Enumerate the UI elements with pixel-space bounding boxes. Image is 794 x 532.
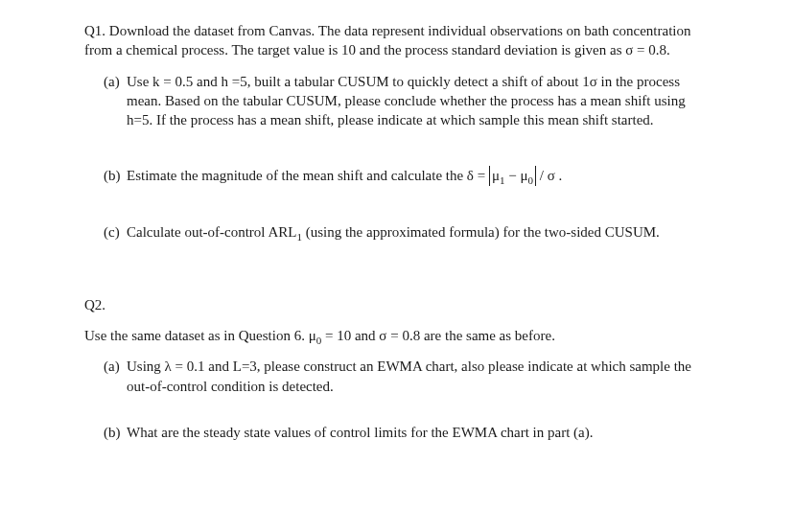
q1-b-tail: / σ . [536,168,562,183]
q1-a-marker: (a) [104,72,127,130]
q2-intro-lead: Use the same dataset as in Question 6. μ [84,328,316,343]
q1-b-marker: (b) [104,166,127,185]
q2-b-text: What are the steady state values of cont… [127,423,710,442]
q2-sublist: (a) Using λ = 0.1 and L=3, please constr… [84,357,710,396]
q2-part-b: (b) What are the steady state values of … [104,423,710,442]
q2-part-a: (a) Using λ = 0.1 and L=3, please constr… [104,357,710,396]
q2-intro-tail: = 10 and σ = 0.8 are the same as before. [321,328,555,343]
q1-c-lead: Calculate out-of-control ARL [127,224,296,240]
q1-part-a: (a) Use k = 0.5 and h =5, built a tabula… [104,72,710,130]
q1-part-b: (b) Estimate the magnitude of the mean s… [104,166,710,185]
q2-a-text: Using λ = 0.1 and L=3, please construct … [127,357,710,396]
minus: − [504,168,520,183]
q1-b-text: Estimate the magnitude of the mean shift… [127,166,710,185]
q2-sublist-b: (b) What are the steady state values of … [84,423,710,442]
q1-b-lead: Estimate the magnitude of the mean shift… [127,168,489,183]
mu1: μ [492,168,500,183]
q2-b-marker: (b) [104,423,127,442]
abs-value-bars: μ1 − μ0 [489,166,536,185]
mu0-sub: 0 [527,174,533,186]
q2-a-marker: (a) [104,357,127,396]
q1-c-marker: (c) [104,222,127,242]
q1-part-c: (c) Calculate out-of-control ARL1 (using… [104,222,710,242]
q1-sublist-c: (c) Calculate out-of-control ARL1 (using… [84,222,710,242]
q1-a-text: Use k = 0.5 and h =5, built a tabular CU… [127,72,710,130]
q2-intro: Use the same dataset as in Question 6. μ… [84,326,710,345]
q1-sublist: (a) Use k = 0.5 and h =5, built a tabula… [84,72,710,130]
q1-c-text: Calculate out-of-control ARL1 (using the… [127,222,710,242]
q1-c-tail: (using the approximated formula) for the… [302,224,660,240]
q1-sublist-b: (b) Estimate the magnitude of the mean s… [84,166,710,185]
q2-heading: Q2. [84,295,710,314]
q1-intro: Q1. Download the dataset from Canvas. Th… [84,21,710,60]
